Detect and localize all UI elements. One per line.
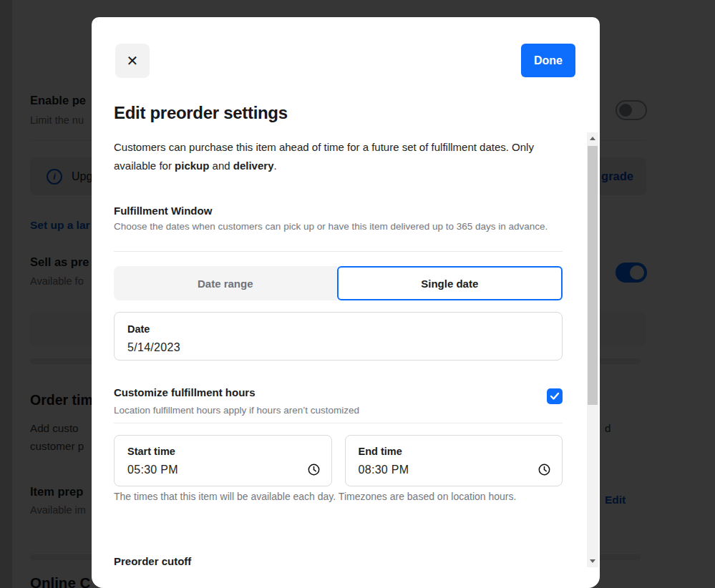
fulfillment-window-heading: Fulfillment Window: [114, 204, 563, 218]
arrow-up-icon: [590, 137, 595, 140]
tab-date-range[interactable]: Date range: [114, 266, 337, 300]
fulfillment-window-subtext: Choose the dates when customers can pick…: [114, 220, 563, 233]
end-time-label: End time: [359, 445, 551, 458]
checkmark-icon: [550, 392, 560, 401]
close-button[interactable]: ✕: [115, 44, 150, 78]
close-icon: ✕: [127, 52, 139, 69]
dialog-title: Edit preorder settings: [114, 103, 288, 123]
dialog-scroll-area: Customers can purchase this item ahead o…: [92, 132, 600, 567]
description-text: and: [209, 160, 233, 172]
start-time-field[interactable]: Start time 05:30 PM: [114, 435, 332, 486]
date-field-value: 5/14/2023: [127, 340, 549, 354]
modal-scrollbar[interactable]: [587, 132, 598, 567]
customize-hours-subtext: Location fulfillment hours apply if hour…: [114, 404, 359, 417]
done-button[interactable]: Done: [521, 44, 575, 77]
date-field-label: Date: [127, 323, 549, 335]
customize-hours-row: Customize fulfillment hours Location ful…: [114, 386, 563, 417]
customize-hours-title: Customize fulfillment hours: [114, 386, 359, 400]
edit-preorder-settings-dialog: ✕ Done Edit preorder settings Customers …: [92, 17, 600, 588]
preorder-cutoff-heading: Preorder cutoff: [114, 555, 563, 567]
arrow-down-icon: [590, 559, 595, 563]
times-row: Start time 05:30 PM End time 08:30 PM: [114, 435, 563, 486]
end-time-value: 08:30 PM: [359, 463, 409, 476]
clock-icon: [538, 464, 550, 476]
description-text: .: [274, 160, 277, 172]
end-time-field[interactable]: End time 08:30 PM: [345, 435, 563, 486]
divider: [114, 423, 563, 423]
scrollbar-up-button[interactable]: [587, 132, 598, 144]
description-pickup: pickup: [175, 160, 209, 172]
dialog-description: Customers can purchase this item ahead o…: [114, 138, 563, 175]
scrollbar-thumb[interactable]: [588, 146, 598, 405]
tab-single-date[interactable]: Single date: [337, 266, 563, 300]
divider: [114, 251, 563, 252]
clock-icon: [308, 464, 320, 476]
start-time-label: Start time: [127, 445, 320, 458]
fulfillment-mode-tabs: Date range Single date: [114, 266, 563, 300]
date-field[interactable]: Date 5/14/2023: [114, 312, 563, 361]
customize-hours-checkbox[interactable]: [547, 388, 563, 404]
description-delivery: delivery: [233, 160, 274, 172]
start-time-value: 05:30 PM: [127, 463, 178, 476]
times-helper-text: The times that this item will be availab…: [114, 490, 563, 504]
scrollbar-down-button[interactable]: [587, 555, 598, 567]
